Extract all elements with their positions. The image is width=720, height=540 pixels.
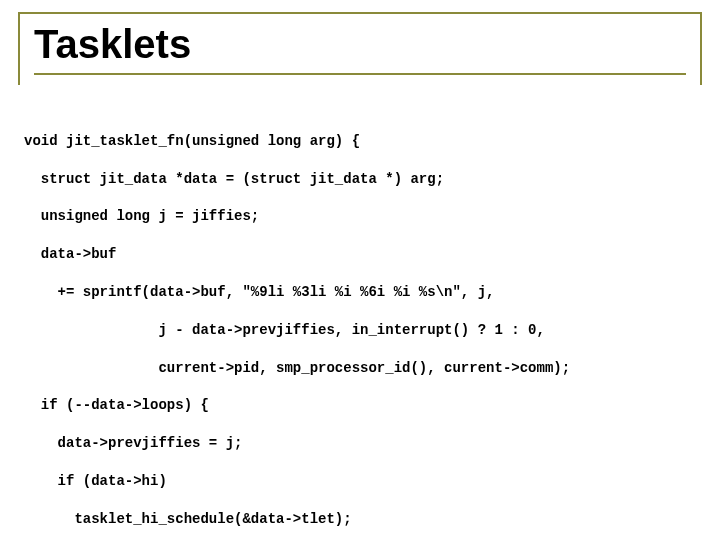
code-line: tasklet_hi_schedule(&data->tlet); [24,510,702,529]
title-underline: Tasklets [34,20,686,75]
code-line: unsigned long j = jiffies; [24,207,702,226]
code-line: += sprintf(data->buf, "%9li %3li %i %6i … [24,283,702,302]
code-line: current->pid, smp_processor_id(), curren… [24,359,702,378]
code-line: if (data->hi) [24,472,702,491]
page-title: Tasklets [34,20,686,73]
code-line: void jit_tasklet_fn(unsigned long arg) { [24,132,702,151]
slide: Tasklets void jit_tasklet_fn(unsigned lo… [0,0,720,540]
code-line: if (--data->loops) { [24,396,702,415]
code-block: void jit_tasklet_fn(unsigned long arg) {… [24,113,702,540]
code-line: struct jit_data *data = (struct jit_data… [24,170,702,189]
title-container: Tasklets [18,12,702,85]
code-line: j - data->prevjiffies, in_interrupt() ? … [24,321,702,340]
code-line: data->buf [24,245,702,264]
code-line: data->prevjiffies = j; [24,434,702,453]
